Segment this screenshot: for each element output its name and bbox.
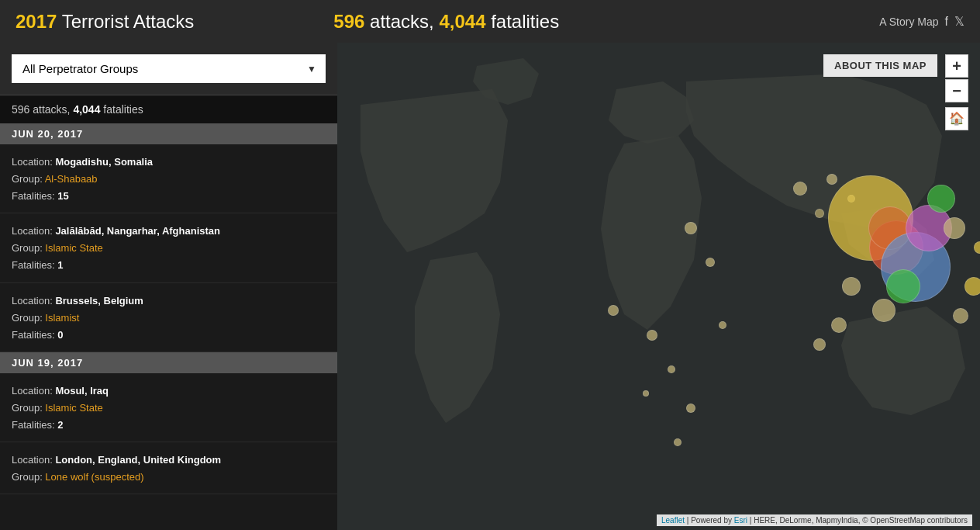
event-fatalities: Fatalities: 0 [12,327,326,344]
perpetrator-select-wrapper[interactable]: All Perpetrator Groups Al-Shabaab Islami… [12,54,326,83]
event-fatalities: Fatalities: 1 [12,257,326,274]
map-attribution: Leaflet | Powered by Esri | HERE, DeLorm… [657,514,972,526]
group-link[interactable]: Islamist [45,312,79,324]
header: 2017 Terrorist Attacks 596 attacks, 4,04… [0,0,980,43]
year-label: 2017 [16,11,57,32]
world-map [337,43,980,530]
event-fatalities: Fatalities: 2 [12,417,326,434]
event-location: Location: Mogadishu, Somalia [12,154,326,171]
title-suffix: Terrorist Attacks [62,11,195,32]
event-item[interactable]: Location: Brussels, Belgium Group: Islam… [0,283,337,352]
event-group: Group: Lone wolf (suspected) [12,469,326,486]
story-map-label: A Story Map [879,16,938,28]
group-link[interactable]: Al-Shabaab [45,173,98,185]
home-button[interactable]: 🏠 [945,107,968,130]
dropdown-container: All Perpetrator Groups Al-Shabaab Islami… [0,43,337,95]
zoom-out-button[interactable]: − [945,79,968,102]
header-stats: 596 attacks, 4,044 fatalities [333,11,559,33]
fatalities-count: 4,044 [439,11,485,32]
event-fatalities: Fatalities: 15 [12,188,326,205]
page-title: 2017 Terrorist Attacks [16,11,194,33]
group-link[interactable]: Islamic State [45,242,102,254]
stats-suffix: fatalities [100,103,143,116]
event-item[interactable]: Location: London, England, United Kingdo… [0,442,337,494]
perpetrator-select[interactable]: All Perpetrator Groups Al-Shabaab Islami… [12,54,326,83]
main-content: All Perpetrator Groups Al-Shabaab Islami… [0,43,980,530]
stats-fatalities-bold: 4,044 [73,103,100,116]
event-location: Location: Mosul, Iraq [12,383,326,400]
event-location: Location: Jalālābād, Nangarhar, Afghanis… [12,223,326,240]
attacks-count: 596 [333,11,364,32]
leaflet-link[interactable]: Leaflet [661,516,685,525]
event-item[interactable]: Location: Mogadishu, Somalia Group: Al-S… [0,144,337,213]
event-location: Location: London, England, United Kingdo… [12,452,326,469]
left-panel: All Perpetrator Groups Al-Shabaab Islami… [0,43,337,530]
stats-attacks: 596 attacks, [12,103,73,116]
map-controls: + − 🏠 [945,54,968,130]
esri-link[interactable]: Esri [734,516,747,525]
event-group: Group: Islamist [12,310,326,327]
about-this-map-button[interactable]: ABOUT THIS MAP [823,54,937,77]
date-header-jun19: JUN 19, 2017 [0,352,337,373]
group-link[interactable]: Lone wolf (suspected) [45,471,143,483]
date-header-jun20: JUN 20, 2017 [0,123,337,144]
map-area[interactable]: ABOUT THIS MAP + − 🏠 Leaflet | Powered b… [337,43,980,530]
story-map-link[interactable]: A Story Map f 𝕏 [879,14,964,29]
event-group: Group: Islamic State [12,240,326,257]
events-list[interactable]: JUN 20, 2017 Location: Mogadishu, Somali… [0,123,337,530]
event-group: Group: Islamic State [12,400,326,417]
twitter-icon[interactable]: 𝕏 [954,14,964,29]
stats-bar: 596 attacks, 4,044 fatalities [0,95,337,123]
facebook-icon[interactable]: f [945,15,948,29]
fatalities-label: fatalities [491,11,559,32]
event-item[interactable]: Location: Mosul, Iraq Group: Islamic Sta… [0,373,337,442]
event-item[interactable]: Location: Jalālābād, Nangarhar, Afghanis… [0,213,337,282]
zoom-in-button[interactable]: + [945,54,968,78]
attacks-label: attacks, [370,11,439,32]
event-group: Group: Al-Shabaab [12,171,326,188]
event-location: Location: Brussels, Belgium [12,293,326,310]
group-link[interactable]: Islamic State [45,402,102,414]
